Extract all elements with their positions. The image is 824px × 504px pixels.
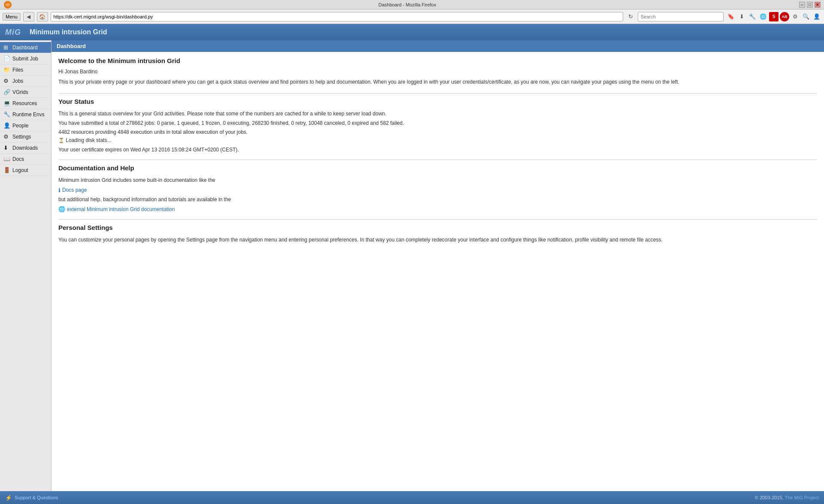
sidebar-item-downloads[interactable]: ⬇ Downloads xyxy=(0,142,51,154)
loading-icon: ⏳ xyxy=(58,138,64,143)
menu-button[interactable]: Menu xyxy=(3,13,21,21)
window-title: Dashboard - Mozilla Firefox xyxy=(15,2,799,7)
intro-text: This is your private entry page or your … xyxy=(58,78,817,86)
sidebar: ⊞ Dashboard 📄 Submit Job 📁 Files ⚙ Jobs … xyxy=(0,40,52,491)
maximize-button[interactable]: □ xyxy=(807,2,813,8)
sidebar-label-resources: Resources xyxy=(12,100,37,106)
downloads-icon: ⬇ xyxy=(3,145,10,151)
dashboard-icon: ⊞ xyxy=(3,44,10,51)
resources-icon: 💻 xyxy=(3,100,10,106)
submit-job-icon: 📄 xyxy=(3,55,10,62)
divider-3 xyxy=(58,219,817,220)
settings-icon[interactable]: ⚙ xyxy=(791,12,800,21)
files-icon: 📁 xyxy=(3,66,10,73)
sidebar-label-docs: Docs xyxy=(12,156,24,162)
personal-settings-title: Personal Settings xyxy=(58,224,817,231)
status-jobs: You have submitted a total of 278662 job… xyxy=(58,119,817,128)
app-logo: MiG xyxy=(5,28,21,37)
sidebar-item-submit-job[interactable]: 📄 Submit Job xyxy=(0,53,51,64)
vgrids-icon: 🔗 xyxy=(3,89,10,95)
sidebar-item-logout[interactable]: 🚪 Logout xyxy=(0,165,51,176)
logout-icon: 🚪 xyxy=(3,167,10,173)
footer-icon: ⚡ xyxy=(5,495,12,501)
earth-icon[interactable]: 🌐 xyxy=(758,12,768,21)
external-link-icon: 🌐 xyxy=(58,206,65,212)
people-icon: 👤 xyxy=(3,122,10,129)
sidebar-label-submit-job: Submit Job xyxy=(12,56,38,62)
docs-link-icon: ℹ xyxy=(58,187,61,193)
sidebar-item-vgrids[interactable]: 🔗 VGrids xyxy=(0,87,51,98)
devtools-icon[interactable]: 🔍 xyxy=(801,12,811,21)
external-doc-link[interactable]: 🌐 external Minimum intrusion Grid docume… xyxy=(58,206,817,212)
app-container: MiG Minimum intrusion Grid ⊞ Dashboard 📄… xyxy=(0,24,824,504)
sidebar-item-docs[interactable]: 📖 Docs xyxy=(0,154,51,165)
content-header: Dashboard xyxy=(52,40,824,52)
sidebar-label-files: Files xyxy=(12,67,23,73)
download-icon[interactable]: ⬇ xyxy=(737,12,746,21)
footer-right: © 2003-2015, The MiG Project xyxy=(755,495,819,500)
runtime-envs-icon: 🔧 xyxy=(3,111,10,118)
toolbar-icons: 🔖 ⬇ 🔧 🌐 S AB ⚙ 🔍 👤 xyxy=(726,12,821,21)
sidebar-item-dashboard[interactable]: ⊞ Dashboard xyxy=(0,42,51,53)
docs-page-link[interactable]: ℹ Docs page xyxy=(58,187,817,193)
close-button[interactable]: ✕ xyxy=(815,2,821,8)
sidebar-label-logout: Logout xyxy=(12,167,28,173)
cert-expiry: Your user certificate expires on Wed Apr… xyxy=(58,147,817,153)
divider-2 xyxy=(58,160,817,160)
doc-additional: but additional help, background informat… xyxy=(58,195,817,205)
welcome-title: Welcome to the Minimum intrusion Grid xyxy=(58,57,817,64)
sidebar-item-files[interactable]: 📁 Files xyxy=(0,64,51,75)
app-footer: ⚡ Support & Questions © 2003-2015, The M… xyxy=(0,491,824,504)
adblock-icon[interactable]: AB xyxy=(780,12,789,21)
app-header: MiG Minimum intrusion Grid xyxy=(0,24,824,40)
doc-intro: Minimum intrusion Grid includes some bui… xyxy=(58,176,817,185)
copyright-text: © 2003-2015, xyxy=(755,495,784,500)
app-title: Minimum intrusion Grid xyxy=(30,28,107,36)
personal-text: You can customize your personal pages by… xyxy=(58,235,817,245)
doc-help-title: Documentation and Help xyxy=(58,164,817,172)
sidebar-label-downloads: Downloads xyxy=(12,145,38,151)
docs-icon: 📖 xyxy=(3,156,10,162)
search-input[interactable] xyxy=(638,12,724,21)
address-bar[interactable] xyxy=(51,12,623,21)
app-body: ⊞ Dashboard 📄 Submit Job 📁 Files ⚙ Jobs … xyxy=(0,40,824,491)
window-controls[interactable]: ─ □ ✕ xyxy=(799,2,821,8)
sidebar-item-runtime-envs[interactable]: 🔧 Runtime Envs xyxy=(0,109,51,120)
sidebar-label-runtime-envs: Runtime Envs xyxy=(12,112,45,118)
reload-icon[interactable]: ↻ xyxy=(626,12,635,21)
home-button[interactable]: 🏠 xyxy=(37,12,48,21)
sidebar-item-jobs[interactable]: ⚙ Jobs xyxy=(0,75,51,87)
footer-left: ⚡ Support & Questions xyxy=(5,495,58,501)
settings-nav-icon: ⚙ xyxy=(3,133,10,140)
sidebar-item-settings[interactable]: ⚙ Settings xyxy=(0,131,51,142)
loading-disk: ⏳ Loading disk stats... xyxy=(58,137,817,143)
status-resources: 4482 resources providing 4848 execution … xyxy=(58,128,817,137)
user-icon[interactable]: 👤 xyxy=(812,12,821,21)
sidebar-label-dashboard: Dashboard xyxy=(12,45,38,51)
sidebar-label-vgrids: VGrids xyxy=(12,89,28,95)
mig-project-link[interactable]: The MiG Project xyxy=(785,495,819,500)
status-section: This is a general status overview for yo… xyxy=(58,109,817,153)
browser-toolbar: Menu ◀ 🏠 ↻ 🔖 ⬇ 🔧 🌐 S AB ⚙ 🔍 👤 xyxy=(0,9,824,24)
support-link[interactable]: Support & Questions xyxy=(15,495,58,500)
sidebar-label-settings: Settings xyxy=(12,134,31,140)
your-status-title: Your Status xyxy=(58,98,817,105)
sidebar-item-resources[interactable]: 💻 Resources xyxy=(0,98,51,109)
tools-icon[interactable]: 🔧 xyxy=(748,12,757,21)
jobs-icon: ⚙ xyxy=(3,78,10,84)
sidebar-label-jobs: Jobs xyxy=(12,78,23,84)
main-content: Dashboard Welcome to the Minimum intrusi… xyxy=(52,40,824,491)
divider-1 xyxy=(58,93,817,94)
back-button[interactable]: ◀ xyxy=(23,12,34,21)
sidebar-item-people[interactable]: 👤 People xyxy=(0,120,51,131)
content-body: Welcome to the Minimum intrusion Grid Hi… xyxy=(52,52,824,250)
bookmark-icon[interactable]: 🔖 xyxy=(726,12,736,21)
sidebar-label-people: People xyxy=(12,123,28,129)
browser-titlebar: Dashboard - Mozilla Firefox ─ □ ✕ xyxy=(0,0,824,9)
status-desc: This is a general status overview for yo… xyxy=(58,109,817,119)
lastpass-icon[interactable]: S xyxy=(769,12,779,21)
greeting-text: Hi Jonas Bardino xyxy=(58,69,817,75)
minimize-button[interactable]: ─ xyxy=(799,2,805,8)
